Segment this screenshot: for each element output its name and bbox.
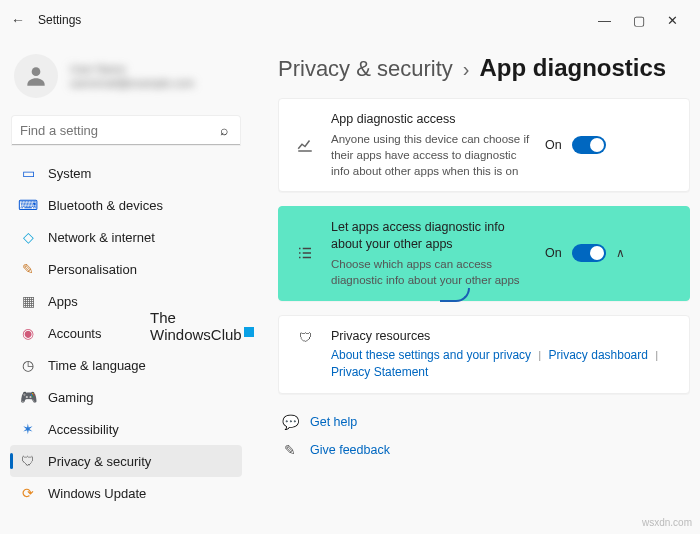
brush-icon: ✎ [20,261,36,277]
sidebar-item-privacy[interactable]: 🛡Privacy & security [10,445,242,477]
sidebar-item-network[interactable]: ◇Network & internet [10,221,242,253]
link-privacy-dashboard[interactable]: Privacy dashboard [549,348,648,362]
search-input[interactable] [20,123,216,138]
shield-privacy-icon: 🛡 [293,328,317,345]
card-let-apps-access[interactable]: Let apps access diagnostic info about yo… [278,206,690,301]
card3-title: Privacy resources [331,328,675,346]
accounts-icon: ◉ [20,325,36,341]
get-help-row[interactable]: 💬 Get help [278,408,690,436]
chevron-right-icon: › [463,58,470,81]
card2-state: On [545,246,562,260]
search-box[interactable]: ⌕ [12,116,240,145]
breadcrumb-parent[interactable]: Privacy & security [278,56,453,82]
card2-desc: Choose which apps can access diagnostic … [331,256,531,288]
nav-list: ▭System ⌨Bluetooth & devices ◇Network & … [10,157,242,509]
link-privacy-statement[interactable]: Privacy Statement [331,365,428,379]
wifi-icon: ◇ [20,229,36,245]
sidebar-item-accounts[interactable]: ◉Accounts [10,317,242,349]
titlebar: ← Settings — ▢ ✕ [0,0,700,40]
card1-title: App diagnostic access [331,111,531,129]
card-privacy-resources: 🛡 Privacy resources About these settings… [278,315,690,394]
toggle-diagnostic-access[interactable] [572,136,606,154]
system-icon: ▭ [20,165,36,181]
main-pane: Privacy & security › App diagnostics App… [252,40,700,534]
sidebar-item-personalisation[interactable]: ✎Personalisation [10,253,242,285]
accessibility-icon: ✶ [20,421,36,437]
close-button[interactable]: ✕ [667,13,678,28]
update-icon: ⟳ [20,485,36,501]
chart-icon [293,136,317,154]
get-help-link[interactable]: Get help [310,415,357,429]
back-button[interactable]: ← [8,12,28,28]
sidebar-item-update[interactable]: ⟳Windows Update [10,477,242,509]
sidebar: User Name useremail@example.com ⌕ ▭Syste… [0,40,252,534]
card2-title: Let apps access diagnostic info about yo… [331,219,531,254]
window-title: Settings [38,13,81,27]
profile-block[interactable]: User Name useremail@example.com [10,48,242,112]
clock-icon: ◷ [20,357,36,373]
chevron-up-icon[interactable]: ∧ [616,246,625,260]
shield-icon: 🛡 [20,453,36,469]
feedback-link[interactable]: Give feedback [310,443,390,457]
toggle-let-apps-access[interactable] [572,244,606,262]
card1-state: On [545,138,562,152]
card1-desc: Anyone using this device can choose if t… [331,131,531,179]
list-icon [293,244,317,262]
maximize-button[interactable]: ▢ [633,13,645,28]
page-title: App diagnostics [480,54,667,82]
sidebar-item-gaming[interactable]: 🎮Gaming [10,381,242,413]
feedback-row[interactable]: ✎ Give feedback [278,436,690,464]
bluetooth-icon: ⌨ [20,197,36,213]
sidebar-item-system[interactable]: ▭System [10,157,242,189]
gaming-icon: 🎮 [20,389,36,405]
help-icon: 💬 [282,414,298,430]
profile-text: User Name useremail@example.com [70,62,194,91]
sidebar-item-time[interactable]: ◷Time & language [10,349,242,381]
svg-point-0 [32,67,41,76]
feedback-icon: ✎ [282,442,298,458]
sidebar-item-accessibility[interactable]: ✶Accessibility [10,413,242,445]
sidebar-item-bluetooth[interactable]: ⌨Bluetooth & devices [10,189,242,221]
minimize-button[interactable]: — [598,13,611,28]
avatar [14,54,58,98]
breadcrumb: Privacy & security › App diagnostics [278,54,690,82]
apps-icon: ▦ [20,293,36,309]
card-app-diagnostic-access[interactable]: App diagnostic access Anyone using this … [278,98,690,192]
link-about-settings[interactable]: About these settings and your privacy [331,348,531,362]
search-icon: ⌕ [216,122,232,138]
sidebar-item-apps[interactable]: ▦Apps [10,285,242,317]
